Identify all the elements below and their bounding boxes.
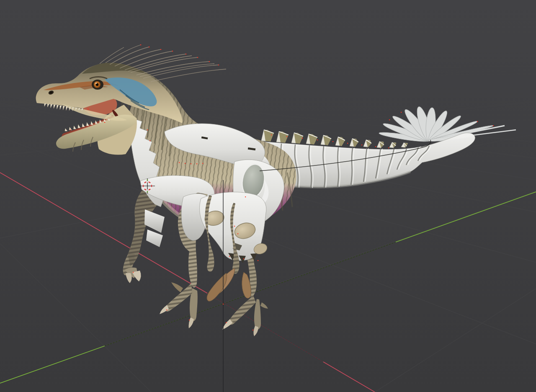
blender-3d-viewport[interactable]	[0, 0, 536, 392]
